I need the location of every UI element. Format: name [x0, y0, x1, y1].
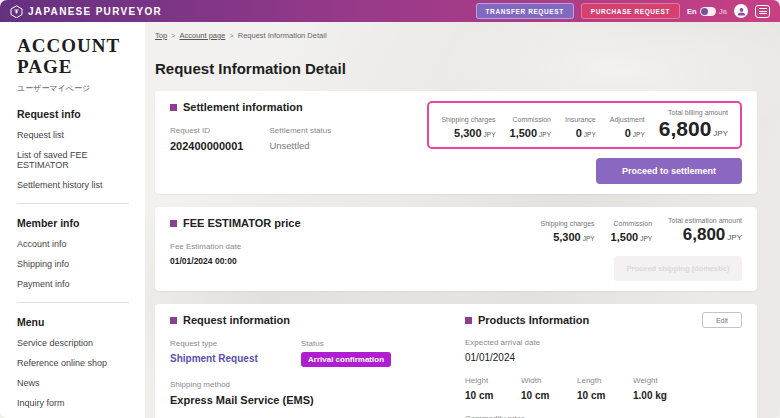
sidebar-item-service-description[interactable]: Service description	[17, 338, 129, 348]
fee-estimator-left: FEE ESTIMATOR price Fee Estimation date …	[170, 217, 301, 266]
shipping-charges-column: Shipping charges 5,300JPY	[441, 116, 495, 139]
sidebar-item-request-list[interactable]: Request list	[17, 130, 129, 140]
language-toggle[interactable]: En Ja	[687, 7, 727, 16]
weight-label: Weight	[633, 376, 667, 385]
breadcrumb-separator: >	[229, 31, 233, 40]
breadcrumb-current: Request Information Detail	[238, 31, 327, 40]
fee-estimation-date-label: Fee Estimation date	[170, 242, 241, 251]
sidebar-section-header: Member info	[17, 217, 129, 229]
billing-summary-box: Shipping charges 5,300JPY Commission 1,5…	[427, 101, 742, 149]
language-ja-label: Ja	[719, 7, 727, 16]
language-en-label: En	[687, 7, 697, 16]
charge-label: Adjustment	[610, 116, 645, 123]
request-status-field: Status Arrival confirmation	[301, 339, 391, 367]
proceed-shipping-button-disabled[interactable]: Proceed shipping (domestic)	[614, 256, 742, 281]
sidebar: ACCOUNT PAGE ユーザーマイページ Request info Requ…	[0, 22, 145, 418]
switch-knob	[701, 8, 708, 15]
charge-amount: 5,300	[553, 231, 581, 243]
total-billing-column: Total billing amount 6,800JPY	[659, 109, 728, 139]
breadcrumb-link-top[interactable]: Top	[155, 31, 167, 40]
charge-unit: JPY	[583, 235, 595, 242]
sidebar-item-inquiry-form[interactable]: Inquiry form	[17, 398, 129, 408]
fee-estimator-card-header: FEE ESTIMATOR price	[170, 217, 301, 229]
charge-label: Shipping charges	[541, 220, 595, 227]
width-value: 10 cm	[521, 390, 577, 401]
products-information-title: Products Information	[478, 314, 589, 326]
charge-value: 1,500JPY	[611, 231, 652, 243]
shipping-charges-column: Shipping charges 5,300JPY	[541, 220, 595, 243]
section-bullet-icon	[465, 317, 472, 324]
sidebar-section-menu: Menu Service description Reference onlin…	[17, 316, 129, 408]
fee-estimator-card: FEE ESTIMATOR price Fee Estimation date …	[155, 207, 757, 291]
app-window: JAPANESE PURVEYOR TRANSFER REQUEST PURCH…	[0, 0, 780, 418]
request-type-value[interactable]: Shipment Request	[170, 353, 275, 364]
request-information-section: Request information Request type Shipmen…	[170, 314, 465, 418]
settlement-card-title: Settlement information	[183, 101, 303, 113]
shipping-method-value: Express Mail Service (EMS)	[170, 394, 465, 406]
sidebar-section-member-info: Member info Account info Shipping info P…	[17, 217, 129, 289]
settlement-status-value: Unsettled	[269, 140, 331, 151]
edit-products-button[interactable]: Edit	[702, 312, 742, 328]
sidebar-divider	[17, 203, 129, 204]
commission-column: Commission 1,500JPY	[611, 220, 652, 243]
sidebar-title-line2: PAGE	[17, 57, 129, 78]
sidebar-item-shipping-info[interactable]: Shipping info	[17, 259, 129, 269]
charge-value: 1,500JPY	[510, 127, 551, 139]
sidebar-section-request-info: Request info Request list List of saved …	[17, 108, 129, 190]
request-status-label: Status	[301, 339, 391, 348]
sidebar-title: ACCOUNT PAGE	[17, 36, 129, 78]
sidebar-item-news[interactable]: News	[17, 378, 129, 388]
width-field: Width 10 cm	[521, 376, 577, 401]
status-badge: Arrival confirmation	[301, 352, 391, 367]
sidebar-divider	[17, 302, 129, 303]
charge-amount: 0	[576, 127, 582, 139]
section-bullet-icon	[170, 317, 177, 324]
total-estimation-label: Total estimation amount	[668, 217, 742, 224]
expected-arrival-field: Expected arrival date 01/01/2024	[465, 338, 742, 363]
fee-estimation-date-value: 01/01/2024 00:00	[170, 256, 241, 266]
language-switch[interactable]	[700, 7, 716, 16]
commodity-price-label: Commodity price	[465, 414, 742, 418]
sidebar-subtitle: ユーザーマイページ	[17, 83, 129, 94]
length-label: Length	[577, 376, 633, 385]
charge-label: Shipping charges	[441, 116, 495, 123]
length-value: 10 cm	[577, 390, 633, 401]
charge-amount: 1,500	[611, 231, 639, 243]
total-billing-unit: JPY	[713, 129, 728, 138]
user-avatar[interactable]	[734, 4, 748, 18]
sidebar-title-line1: ACCOUNT	[17, 36, 129, 57]
request-type-label: Request type	[170, 339, 275, 348]
section-bullet-icon	[170, 220, 177, 227]
sidebar-item-account-info[interactable]: Account info	[17, 239, 129, 249]
request-id-field: Request ID 202400000001	[170, 126, 243, 152]
hamburger-menu-icon[interactable]	[755, 5, 770, 18]
sidebar-item-payment-info[interactable]: Payment info	[17, 279, 129, 289]
charge-unit: JPY	[640, 235, 652, 242]
charge-value: 5,300JPY	[441, 127, 495, 139]
proceed-to-settlement-button[interactable]: Proceed to settlement	[596, 158, 742, 184]
height-label: Height	[465, 376, 521, 385]
weight-value: 1.00 kg	[633, 390, 667, 401]
brand: JAPANESE PURVEYOR	[10, 5, 162, 18]
settlement-status-label: Settlement status	[269, 126, 331, 135]
charge-label: Commission	[510, 116, 551, 123]
fee-estimator-right: Shipping charges 5,300JPY Commission 1,5…	[541, 217, 742, 281]
weight-field: Weight 1.00 kg	[633, 376, 667, 401]
total-estimation-column: Total estimation amount 6,800JPY	[668, 217, 742, 243]
total-billing-amount: 6,800	[659, 117, 712, 140]
header-actions: TRANSFER REQUEST PURCHASE REQUEST En Ja	[476, 3, 770, 19]
charge-unit: JPY	[484, 131, 496, 138]
charge-amount: 1,500	[510, 127, 538, 139]
purchase-request-button[interactable]: PURCHASE REQUEST	[581, 3, 680, 19]
width-label: Width	[521, 376, 577, 385]
sidebar-item-settlement-history[interactable]: Settlement history list	[17, 180, 129, 190]
breadcrumb-link-account-page[interactable]: Account page	[179, 31, 225, 40]
request-products-card: Request information Request type Shipmen…	[155, 304, 757, 418]
charge-amount: 5,300	[454, 127, 482, 139]
settlement-right: Shipping charges 5,300JPY Commission 1,5…	[427, 101, 742, 184]
sidebar-item-reference-online-shop[interactable]: Reference online shop	[17, 358, 129, 368]
transfer-request-button[interactable]: TRANSFER REQUEST	[476, 3, 574, 19]
products-information-section: Products Information Edit Expected arriv…	[465, 314, 742, 418]
sidebar-item-saved-fee-estimator[interactable]: List of saved FEE ESTIMATOR	[17, 150, 129, 170]
charge-unit: JPY	[633, 131, 645, 138]
